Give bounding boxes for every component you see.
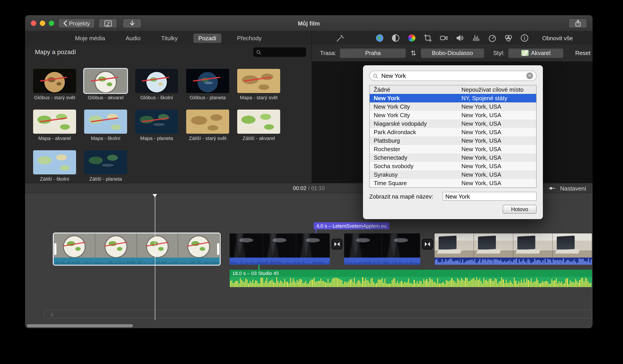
back-to-projects-button[interactable]: Projekty (58, 18, 95, 28)
background-thumbnail[interactable] (84, 69, 127, 93)
map-name-input[interactable] (443, 192, 537, 201)
minimize-window-button[interactable] (40, 20, 45, 26)
background-item[interactable]: Zátiší - akvarel (237, 110, 280, 141)
background-thumbnail[interactable] (237, 69, 280, 93)
location-row[interactable]: Time SquareNew York, USA (370, 179, 536, 187)
reset-all-button[interactable]: Obnovit vše (542, 35, 573, 41)
background-thumbnail[interactable] (186, 69, 229, 93)
trim-handle-right[interactable] (217, 243, 219, 255)
tab-prechody[interactable]: Přechody (232, 33, 267, 43)
location-name: Socha svobody (374, 163, 461, 169)
background-thumbnail[interactable] (33, 110, 76, 134)
share-button[interactable] (568, 18, 587, 28)
location-row[interactable]: New York CityNew York, USA (370, 102, 536, 111)
location-region: New York, USA (461, 154, 536, 161)
playhead-handle[interactable] (153, 194, 157, 200)
background-item[interactable]: Glóbus - školní (135, 69, 178, 100)
background-thumbnail[interactable] (186, 110, 229, 134)
location-row[interactable]: ŽádnéNepoužívat cílové místo (370, 85, 536, 94)
timeline-clip-globe[interactable] (54, 233, 220, 265)
color-balance-button[interactable] (391, 33, 400, 43)
tab-pozadi[interactable]: Pozadí (193, 33, 221, 43)
background-thumbnail[interactable] (84, 110, 127, 134)
tab-audio[interactable]: Audio (121, 33, 145, 43)
location-row[interactable]: Niagarské vodopádyNew York, USA (370, 119, 536, 128)
background-item[interactable]: Zátiší - planeta (84, 150, 127, 182)
stabilization-button[interactable] (439, 33, 449, 43)
traffic-lights (31, 20, 54, 26)
background-thumbnail[interactable] (237, 110, 280, 134)
location-row[interactable]: RochesterNew York, USA (370, 145, 536, 153)
background-thumbnail[interactable] (84, 150, 127, 174)
info-button[interactable] (520, 33, 530, 43)
media-browser-button[interactable] (98, 18, 117, 28)
timeline-clip-video-1[interactable] (230, 233, 330, 265)
audio-clip-label: 18,0 s – 03 Studio 45 (230, 270, 592, 277)
background-item[interactable]: Mapa - školní (84, 110, 127, 141)
map-style-button[interactable]: Akvarel (508, 48, 563, 58)
timeline-clip-video-3[interactable] (435, 233, 592, 265)
zoom-window-button[interactable] (49, 20, 54, 26)
background-item[interactable]: Zátiší - školní (33, 150, 76, 182)
background-thumbnail[interactable] (33, 150, 76, 174)
map-settings-button[interactable] (375, 33, 384, 43)
background-item[interactable]: Mapa - akvarel (33, 110, 76, 141)
zoom-slider-icon[interactable] (549, 185, 556, 191)
background-item[interactable]: Glóbus - planeta (186, 69, 229, 100)
chevron-left-icon (63, 20, 67, 26)
music-drop-zone[interactable]: ♪ (44, 309, 592, 318)
crop-button[interactable] (423, 33, 433, 43)
audio-waveform (230, 277, 592, 287)
background-label: Zátiší - planeta (84, 176, 127, 182)
background-item[interactable]: Zátiší - starý svět (186, 110, 229, 141)
music-note-icon: ♪ (51, 311, 53, 318)
speaker-icon (456, 34, 465, 42)
tab-titulky[interactable]: Titulky (156, 33, 183, 43)
playhead[interactable] (155, 195, 155, 320)
background-thumbnail[interactable] (135, 69, 178, 93)
transition-button-1[interactable] (332, 239, 342, 249)
timeline-clip-video-2[interactable] (344, 233, 420, 265)
reset-button[interactable]: Reset (575, 50, 590, 56)
location-search-field[interactable]: ✕ (369, 71, 537, 81)
color-wheel-icon (408, 34, 415, 41)
close-window-button[interactable] (31, 20, 36, 26)
trim-handle-left[interactable] (54, 243, 56, 255)
background-item[interactable]: Mapa - starý svět (237, 69, 280, 100)
tab-moje-media[interactable]: Moje média (70, 33, 110, 43)
volume-button[interactable] (455, 33, 465, 43)
background-item[interactable]: Mapa - planeta (135, 110, 178, 141)
magic-wand-icon (336, 34, 345, 42)
swap-route-icon[interactable]: ⇅ (410, 49, 417, 57)
route-end-button[interactable]: Bobo-Dioulasso (421, 48, 484, 58)
speed-button[interactable] (487, 33, 497, 43)
background-thumbnail[interactable] (33, 69, 76, 93)
location-row[interactable]: Socha svobodyNew York, USA (370, 162, 536, 170)
clip-filter-button[interactable] (504, 33, 513, 43)
location-row[interactable]: Park AdirondackNew York, USA (370, 128, 536, 136)
browser-search-input[interactable] (263, 48, 303, 56)
location-row[interactable]: New YorkNY, Spojené státy (370, 94, 536, 102)
background-item[interactable]: Glóbus - akvarel (84, 69, 127, 100)
timeline-scrollbar[interactable] (27, 324, 133, 327)
location-row[interactable]: SchenectadyNew York, USA (370, 153, 536, 162)
clear-search-button[interactable]: ✕ (526, 72, 533, 79)
color-correction-button[interactable] (407, 33, 417, 43)
background-music-clip[interactable]: 18,0 s – 03 Studio 45 (230, 270, 592, 287)
route-start-button[interactable]: Praha (340, 48, 406, 58)
import-media-button[interactable] (123, 18, 141, 28)
location-row[interactable]: SyrakusyNew York, USA (370, 170, 536, 179)
browser-search-field[interactable] (253, 47, 306, 57)
globe-icon (375, 34, 384, 42)
background-thumbnail[interactable] (135, 110, 178, 134)
location-row[interactable]: New York CityNew York, USA (370, 111, 536, 119)
location-search-input[interactable] (380, 72, 524, 80)
timeline-settings-button[interactable]: Nastavení (560, 185, 586, 192)
transition-button-2[interactable] (422, 239, 433, 249)
noise-equalizer-button[interactable] (471, 33, 481, 43)
screen: Projekty Můj film Moje média Audio Titul… (0, 0, 623, 364)
location-row[interactable]: PlattsburgNew York, USA (370, 136, 536, 145)
done-button[interactable]: Hotovo (503, 205, 537, 214)
background-item[interactable]: Glóbus - starý svět (33, 69, 76, 100)
enhance-button[interactable] (335, 33, 345, 43)
